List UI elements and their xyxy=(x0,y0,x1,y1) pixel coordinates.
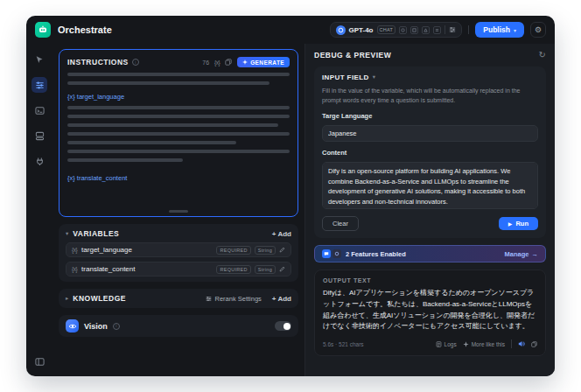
manage-features-button[interactable]: Manage → xyxy=(505,250,538,258)
pointer-icon xyxy=(35,55,44,64)
sparkle-icon xyxy=(242,60,248,65)
model-name: GPT-4o xyxy=(349,26,374,34)
type-badge: String xyxy=(255,246,276,255)
debug-title: DEBUG & PREVIEW xyxy=(314,51,391,60)
app-body: INSTRUCTIONS 76 {x} GENERATE xyxy=(26,44,555,376)
capability-icon-2 xyxy=(410,26,418,34)
sidebar-item-cards[interactable] xyxy=(32,128,47,144)
info-icon xyxy=(132,59,139,66)
required-badge: REQUIRED xyxy=(216,246,250,255)
target-language-label: Targe Language xyxy=(322,112,538,120)
divider xyxy=(468,25,469,34)
knowledge-header[interactable]: ▸ KNOWLEDGE Rerank Settings + Add xyxy=(66,294,291,303)
icon-sidebar xyxy=(26,44,52,376)
page-background: Orchestrate GPT-4o CHAT Publish xyxy=(0,0,581,392)
sidebar-item-pointer[interactable] xyxy=(32,52,47,67)
variables-header[interactable]: ▾ VARIABLES + Add xyxy=(66,229,291,238)
terminal-icon xyxy=(35,106,45,116)
app-logo-icon xyxy=(35,22,51,38)
model-selector[interactable]: GPT-4o CHAT xyxy=(330,22,463,38)
input-field-card: INPUT FIELD ▾ Fill in the value of the v… xyxy=(314,66,546,238)
output-section: OUTPUT TEXT Difyは、AIアプリケーションを構築するためのオープン… xyxy=(314,270,546,356)
capability-icon-4 xyxy=(433,26,441,34)
capability-icon-3 xyxy=(422,26,430,34)
output-stats: 5.6s · 521 chars xyxy=(323,341,364,347)
copy-icon[interactable] xyxy=(225,59,232,66)
cards-icon xyxy=(35,131,45,141)
input-field-header[interactable]: INPUT FIELD ▾ xyxy=(322,74,538,81)
sidebar-item-api[interactable] xyxy=(32,153,47,169)
copy-icon[interactable] xyxy=(531,341,537,347)
content-label: Content xyxy=(322,149,538,157)
sidebar-item-terminal[interactable] xyxy=(32,102,47,118)
rerank-settings-button[interactable]: Rerank Settings xyxy=(206,295,261,303)
feature-icon-2 xyxy=(332,249,341,258)
sliders-icon xyxy=(35,80,45,90)
add-knowledge-button[interactable]: + Add xyxy=(272,295,291,303)
clear-button[interactable]: Clear xyxy=(322,216,359,231)
vision-title: Vision xyxy=(84,322,108,331)
features-enabled-text: 2 Features Enabled xyxy=(346,250,406,258)
edit-icon[interactable] xyxy=(279,247,285,253)
model-settings-icon[interactable] xyxy=(449,26,456,33)
run-button[interactable]: ▶ Run xyxy=(499,217,538,230)
app-header: Orchestrate GPT-4o CHAT Publish xyxy=(26,16,555,44)
scroll-indicator[interactable] xyxy=(169,210,188,213)
arrow-right-icon: → xyxy=(532,250,539,258)
prompt-variable-token[interactable]: {x} translate_content xyxy=(67,174,290,182)
instructions-editor[interactable]: INSTRUCTIONS 76 {x} GENERATE xyxy=(59,49,298,217)
generate-button[interactable]: GENERATE xyxy=(237,57,290,67)
page-title: Orchestrate xyxy=(58,24,112,35)
chevron-down-icon: ▾ xyxy=(66,231,68,237)
edit-icon[interactable] xyxy=(279,266,285,272)
debug-header: DEBUG & PREVIEW ↻ xyxy=(314,51,546,60)
logs-button[interactable]: Logs xyxy=(436,341,457,347)
chevron-right-icon: ▸ xyxy=(66,296,68,302)
vision-toggle[interactable] xyxy=(275,321,291,331)
collapse-panel-button[interactable] xyxy=(32,354,47,369)
skeleton-line xyxy=(67,123,278,127)
input-field-description: Fill in the value of the variable, which… xyxy=(322,87,538,105)
chevron-down-icon: ▾ xyxy=(514,27,516,33)
knowledge-section: ▸ KNOWLEDGE Rerank Settings + Add xyxy=(59,289,298,308)
features-enabled-bar[interactable]: 2 Features Enabled Manage → xyxy=(314,245,546,262)
content-textarea[interactable]: Dify is an open-source platform for buil… xyxy=(322,162,538,209)
orchestrate-column: INSTRUCTIONS 76 {x} GENERATE xyxy=(52,44,304,376)
skeleton-line xyxy=(67,132,290,136)
target-language-input[interactable] xyxy=(322,125,538,142)
char-count: 76 xyxy=(202,60,209,66)
debug-preview-panel: DEBUG & PREVIEW ↻ INPUT FIELD ▾ Fill in … xyxy=(304,44,555,376)
publish-button[interactable]: Publish ▾ xyxy=(475,22,524,38)
skeleton-line xyxy=(67,81,270,85)
panel-icon xyxy=(35,357,45,367)
skeleton-line xyxy=(67,150,290,153)
divider xyxy=(444,25,445,34)
capability-icon-1 xyxy=(399,26,407,34)
knowledge-title: KNOWLEDGE xyxy=(73,294,126,303)
speaker-icon[interactable] xyxy=(518,340,525,347)
info-icon xyxy=(113,323,120,330)
skeleton-line xyxy=(67,73,290,76)
variable-braces-icon: {x} xyxy=(72,247,77,253)
instructions-title: INSTRUCTIONS xyxy=(67,58,129,66)
more-like-this-button[interactable]: More like this xyxy=(463,341,505,347)
feature-icon-1 xyxy=(322,249,331,258)
play-icon: ▶ xyxy=(508,220,513,227)
add-variable-button[interactable]: + Add xyxy=(272,230,291,238)
type-badge: String xyxy=(255,265,276,274)
plug-icon xyxy=(35,157,45,166)
variable-row[interactable]: {x} target_language REQUIRED String xyxy=(66,242,291,257)
sidebar-item-orchestrate[interactable] xyxy=(32,77,47,93)
output-title: OUTPUT TEXT xyxy=(323,277,537,284)
variables-section: ▾ VARIABLES + Add {x} target_language RE… xyxy=(59,224,298,282)
vision-section: Vision xyxy=(59,315,298,337)
prompt-variable-token[interactable]: {x} target_language xyxy=(67,93,290,101)
model-provider-icon xyxy=(336,25,346,35)
variable-row[interactable]: {x} translate_content REQUIRED String xyxy=(66,262,291,276)
variable-braces-icon[interactable]: {x} xyxy=(214,60,220,66)
refresh-icon[interactable]: ↻ xyxy=(539,51,546,60)
output-text: Difyは、AIアプリケーションを構築するためのオープンソースプラットフォームで… xyxy=(323,288,537,332)
settings-button[interactable]: ⚙ xyxy=(530,22,546,38)
document-icon xyxy=(436,341,442,347)
variables-title: VARIABLES xyxy=(73,229,119,238)
